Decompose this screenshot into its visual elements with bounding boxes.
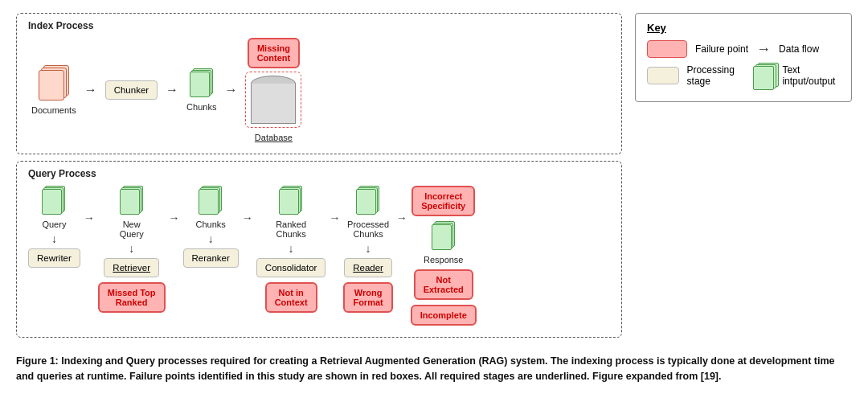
ranked-consolidator-col: Ranked Chunks ↓ Consolidator Not in Cont… — [256, 186, 326, 313]
response-label: Response — [424, 255, 464, 265]
arrow-consolidator-processed: → — [329, 186, 340, 250]
key-stage-label: Processing stage — [687, 64, 745, 87]
key-doc-label: Text intput/output — [782, 64, 840, 87]
figure-caption: Figure 1: Indexing and Query processes r… — [16, 354, 852, 384]
not-extracted-box: Not Extracted — [414, 269, 473, 300]
arrow-chunks-db: → — [221, 83, 240, 97]
key-arrow-label: Data flow — [779, 43, 819, 55]
response-icon — [432, 221, 456, 250]
new-query-label: New Query — [120, 219, 144, 239]
key-failure-row: Failure point → Data flow — [647, 40, 840, 58]
arrow-query-down: ↓ — [51, 232, 57, 245]
query-icon — [42, 186, 66, 215]
rewriter-box: Rewriter — [28, 248, 80, 268]
key-box: Key Failure point → Data flow Processing… — [635, 13, 852, 102]
key-arrow-symbol: → — [756, 41, 771, 58]
database-group: Missing Content Database — [245, 38, 301, 142]
arrow-processed-reader: ↓ — [366, 242, 371, 255]
missed-top-ranked-box: Missed Top Ranked — [98, 282, 166, 313]
key-stage-row: Processing stage Text intput/output — [647, 63, 840, 88]
query-process-box: Query Process Query ↓ Rewriter — [16, 161, 622, 338]
arrow-reader-response: → — [396, 186, 407, 250]
index-process-title: Index Process — [28, 20, 610, 31]
arrow-reranker-ranked: → — [242, 186, 253, 250]
key-title: Key — [647, 22, 840, 34]
index-process-box: Index Process Documents → C — [16, 13, 622, 154]
chunks-label-index: Chunks — [186, 102, 216, 112]
processed-reader-col: Processed Chunks ↓ Reader Wrong Format — [343, 186, 392, 313]
index-process-row: Documents → Chunker → — [28, 38, 610, 142]
reranker-box: Reranker — [183, 248, 239, 268]
processed-chunks-icon — [356, 186, 380, 215]
documents-label: Documents — [31, 105, 76, 115]
incorrect-specificity-box: Incorrect Specificity — [411, 186, 475, 216]
ranked-chunks-label: Ranked Chunks — [276, 219, 306, 239]
query-rewriter-col: Query ↓ Rewriter — [28, 186, 80, 268]
chunks-label-query: Chunks — [196, 219, 226, 229]
wrong-format-box: Wrong Format — [343, 282, 392, 313]
query-label: Query — [42, 219, 66, 229]
arrow-rewriter-newquery: → — [84, 186, 95, 250]
chunks-reranker-col: Chunks ↓ Reranker — [183, 186, 239, 268]
key-failure-label: Failure point — [695, 43, 748, 55]
database-dashed-border — [245, 72, 301, 128]
consolidator-box: Consolidator — [256, 258, 326, 277]
arrow-chunks-reranker: ↓ — [208, 232, 214, 245]
chunks-icon-index — [190, 68, 214, 97]
ranked-chunks-icon — [279, 186, 303, 215]
newquery-retriever-col: New Query ↓ Retriever Missed Top Ranked — [98, 186, 166, 313]
database-icon — [251, 76, 296, 124]
arrow-ranked-consolidator: ↓ — [289, 242, 294, 255]
chunker-node: Chunker — [105, 80, 158, 100]
database-label: Database — [255, 133, 293, 142]
query-process-content: Query ↓ Rewriter → — [28, 186, 610, 326]
arrow-doc-chunker: → — [81, 83, 100, 97]
missing-content-box: Missing Content — [248, 38, 301, 68]
arrow-retriever-chunks: → — [169, 186, 180, 250]
documents-node: Documents — [31, 65, 76, 115]
query-process-title: Query Process — [28, 168, 610, 179]
response-col: Incorrect Specificity Response Not Extra… — [411, 186, 477, 326]
new-query-icon — [120, 186, 144, 215]
key-failure-swatch — [647, 40, 687, 58]
chunker-box: Chunker — [105, 80, 158, 100]
retriever-box: Retriever — [104, 258, 159, 277]
arrow-chunker-chunks: → — [162, 83, 182, 97]
key-stage-swatch — [647, 67, 679, 84]
not-in-context-box: Not in Context — [265, 282, 317, 313]
chunks-node-index: Chunks — [186, 68, 216, 112]
reader-box: Reader — [344, 258, 392, 277]
chunks-icon-query — [199, 186, 223, 215]
documents-icon — [39, 65, 69, 100]
key-doc-stack-icon — [753, 63, 775, 88]
arrow-newquery-down: ↓ — [129, 242, 134, 255]
figure-caption-bold: Figure 1: Indexing and Query processes r… — [16, 355, 835, 382]
processed-chunks-label: Processed Chunks — [347, 219, 389, 239]
incomplete-box: Incomplete — [411, 305, 477, 326]
